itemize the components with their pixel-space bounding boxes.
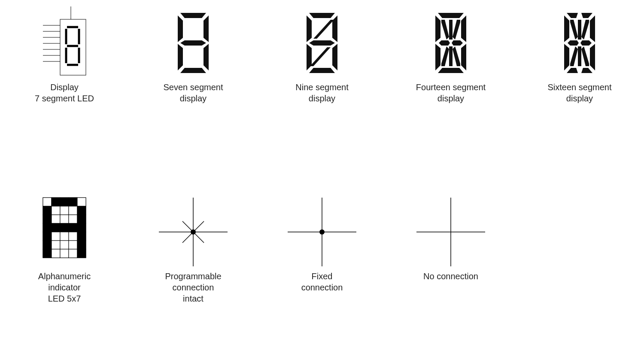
svg-marker-33 — [449, 20, 453, 40]
svg-rect-66 — [43, 215, 52, 223]
svg-rect-62 — [52, 206, 60, 215]
fourteen-seg-icon — [425, 4, 477, 82]
svg-rect-60 — [77, 198, 86, 206]
svg-marker-28 — [435, 44, 440, 70]
svg-rect-70 — [77, 215, 86, 223]
svg-rect-76 — [43, 232, 52, 241]
svg-marker-52 — [581, 20, 589, 40]
svg-marker-21 — [332, 44, 337, 70]
svg-marker-15 — [180, 68, 206, 73]
svg-marker-30 — [438, 68, 464, 73]
symbol-seven-seg: Seven segment display — [129, 4, 258, 104]
svg-rect-84 — [69, 241, 77, 249]
svg-marker-32 — [452, 40, 463, 46]
svg-rect-58 — [60, 198, 69, 206]
diagram-page: Display 7 segment LED — [0, 0, 644, 357]
symbol-prog-conn: Programmable connection intact — [129, 193, 258, 304]
svg-rect-82 — [52, 241, 60, 249]
svg-point-95 — [191, 229, 196, 235]
svg-rect-67 — [52, 215, 60, 223]
svg-rect-63 — [60, 206, 69, 215]
svg-rect-81 — [43, 241, 52, 249]
symbol-seven-seg-led: Display 7 segment LED — [0, 4, 129, 104]
svg-rect-75 — [77, 223, 86, 232]
svg-marker-10 — [178, 15, 183, 42]
fixed-conn-label: Fixed connection — [301, 271, 343, 293]
svg-marker-54 — [581, 46, 589, 66]
svg-rect-59 — [69, 198, 77, 206]
symbol-alpha-5x7: Alphanumeric indicator LED 5x7 — [0, 193, 129, 304]
svg-marker-51 — [570, 20, 578, 40]
alpha-5x7-label: Alphanumeric indicator LED 5x7 — [38, 271, 91, 304]
svg-marker-17 — [307, 15, 312, 42]
svg-marker-35 — [441, 20, 449, 40]
no-conn-label: No connection — [423, 271, 478, 282]
svg-marker-41 — [564, 15, 569, 42]
svg-marker-53 — [570, 46, 578, 66]
svg-marker-25 — [438, 13, 464, 18]
svg-marker-19 — [309, 40, 335, 46]
svg-marker-9 — [180, 13, 206, 18]
svg-rect-56 — [43, 198, 52, 206]
svg-rect-89 — [69, 249, 77, 258]
svg-marker-37 — [441, 46, 449, 66]
svg-rect-87 — [52, 249, 60, 258]
row-1: Display 7 segment LED — [0, 4, 644, 104]
svg-rect-85 — [77, 241, 86, 249]
no-conn-icon — [412, 193, 489, 271]
svg-rect-83 — [60, 241, 69, 249]
svg-marker-45 — [567, 68, 578, 73]
svg-marker-46 — [581, 68, 592, 73]
svg-rect-57 — [52, 198, 60, 206]
symbol-nine-seg: Nine segment display — [258, 4, 386, 104]
prog-conn-label: Programmable connection intact — [165, 271, 221, 304]
svg-rect-69 — [69, 215, 77, 223]
svg-marker-50 — [578, 46, 581, 66]
svg-marker-34 — [449, 46, 453, 66]
svg-marker-11 — [204, 15, 209, 42]
svg-marker-26 — [435, 15, 440, 42]
svg-marker-23 — [313, 20, 334, 39]
svg-marker-44 — [590, 44, 595, 70]
svg-rect-64 — [69, 206, 77, 215]
svg-rect-86 — [43, 249, 52, 258]
svg-marker-31 — [439, 40, 450, 46]
fixed-conn-icon — [283, 193, 361, 271]
svg-rect-74 — [69, 223, 77, 232]
row-2: Alphanumeric indicator LED 5x7 Programma… — [0, 193, 644, 304]
svg-marker-22 — [309, 68, 335, 73]
svg-rect-68 — [60, 215, 69, 223]
svg-marker-48 — [580, 40, 592, 46]
svg-marker-20 — [307, 44, 312, 70]
svg-rect-79 — [69, 232, 77, 241]
svg-marker-18 — [332, 15, 337, 42]
alpha-5x7-icon — [39, 193, 90, 271]
svg-rect-88 — [60, 249, 69, 258]
svg-rect-73 — [60, 223, 69, 232]
svg-marker-42 — [590, 15, 595, 42]
seven-seg-label: Seven segment display — [164, 82, 223, 104]
svg-point-98 — [319, 229, 325, 235]
seven-seg-led-label: Display 7 segment LED — [35, 82, 94, 104]
svg-marker-24 — [310, 47, 331, 66]
svg-rect-80 — [77, 232, 86, 241]
svg-marker-29 — [461, 44, 466, 70]
nine-seg-label: Nine segment display — [295, 82, 348, 104]
symbol-fourteen-seg: Fourteen segment display — [386, 4, 515, 104]
symbol-fixed-conn: Fixed connection — [258, 193, 386, 304]
svg-marker-47 — [568, 40, 579, 46]
svg-marker-16 — [309, 13, 335, 18]
symbol-no-conn: No connection — [386, 193, 515, 304]
svg-marker-40 — [581, 13, 592, 18]
svg-rect-65 — [77, 206, 86, 215]
svg-marker-13 — [178, 44, 183, 70]
svg-rect-71 — [43, 223, 52, 232]
sixteen-seg-icon — [554, 4, 605, 82]
svg-marker-39 — [567, 13, 578, 18]
svg-rect-78 — [60, 232, 69, 241]
svg-marker-14 — [204, 44, 209, 70]
nine-seg-icon — [296, 4, 348, 82]
svg-rect-77 — [52, 232, 60, 241]
seven-seg-icon — [167, 4, 219, 82]
svg-marker-49 — [578, 20, 581, 40]
